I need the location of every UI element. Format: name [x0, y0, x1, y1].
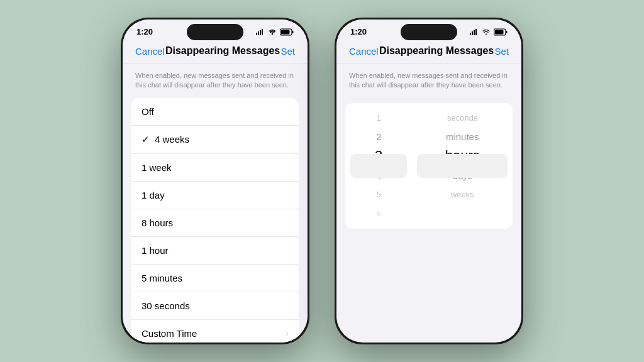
cancel-button-1[interactable]: Cancel — [135, 46, 165, 57]
picker-num-5: 5 — [345, 185, 412, 204]
signal-icon-2 — [470, 29, 479, 35]
svg-rect-1 — [258, 31, 259, 35]
list-item-1week[interactable]: 1 week — [131, 154, 299, 182]
picker-num-6: 6 — [345, 204, 412, 224]
list-item-1day[interactable]: 1 day — [131, 182, 299, 209]
picker-inner: 1 2 3 4 5 6 seconds minutes hours days w… — [345, 103, 513, 229]
list-item-5minutes-label: 5 minutes — [142, 273, 289, 283]
svg-rect-0 — [256, 33, 257, 35]
picker-unit-weeks: weeks — [412, 185, 513, 204]
description-text-1: When enabled, new messages sent and rece… — [135, 71, 295, 90]
set-button-2[interactable]: Set — [494, 46, 509, 57]
list-item-1hour-label: 1 hour — [142, 245, 289, 256]
svg-rect-8 — [470, 33, 471, 35]
list-item-custom[interactable]: Custom Time › — [131, 320, 299, 343]
svg-rect-3 — [262, 29, 263, 35]
list-item-8hours-label: 8 hours — [142, 217, 289, 228]
nav-bar-1: Cancel Disappearing Messages Set — [123, 39, 308, 63]
list-item-8hours[interactable]: 8 hours — [131, 209, 299, 237]
description-text-2: When enabled, new messages sent and rece… — [349, 71, 509, 90]
list-item-5minutes[interactable]: 5 minutes — [131, 265, 299, 292]
list-item-30seconds[interactable]: 30 seconds — [131, 292, 299, 320]
svg-rect-10 — [474, 30, 475, 35]
battery-icon — [280, 28, 294, 36]
wifi-icon-2 — [482, 29, 491, 35]
phone-1: 1:20 — [121, 18, 309, 344]
status-time-1: 1:20 — [136, 27, 153, 36]
status-icons-2 — [470, 28, 508, 36]
list-item-custom-label: Custom Time — [142, 328, 286, 339]
picker-unit-minutes: minutes — [412, 127, 513, 146]
nav-title-2: Disappearing Messages — [379, 45, 494, 57]
list-item-1week-label: 1 week — [142, 162, 289, 173]
svg-rect-2 — [260, 30, 261, 35]
svg-point-4 — [272, 33, 273, 35]
list-item-off-label: Off — [142, 106, 289, 117]
set-button-1[interactable]: Set — [280, 46, 295, 57]
status-time-2: 1:20 — [350, 27, 367, 36]
status-icons-1 — [256, 28, 294, 36]
nav-bar-2: Cancel Disappearing Messages Set — [336, 39, 521, 63]
picker-container[interactable]: 1 2 3 4 5 6 seconds minutes hours days w… — [345, 103, 513, 229]
notch-1 — [187, 24, 243, 40]
list-item-1day-label: 1 day — [142, 190, 289, 200]
nav-title-1: Disappearing Messages — [165, 45, 280, 57]
list-container-1: Off ✓ 4 weeks 1 week 1 day 8 hours 1 hou… — [131, 98, 299, 343]
signal-icon — [256, 29, 265, 35]
svg-rect-6 — [281, 30, 290, 34]
picker-num-2: 2 — [345, 127, 412, 146]
notch-2 — [401, 24, 457, 40]
svg-rect-9 — [472, 31, 473, 35]
description-section-2: When enabled, new messages sent and rece… — [336, 63, 521, 98]
description-section-1: When enabled, new messages sent and rece… — [123, 63, 308, 98]
picker-number-column[interactable]: 1 2 3 4 5 6 — [345, 103, 412, 229]
picker-unit-column[interactable]: seconds minutes hours days weeks — [412, 103, 513, 229]
svg-rect-7 — [292, 31, 294, 33]
picker-unit-days: days — [412, 166, 513, 185]
wifi-icon — [268, 29, 277, 35]
list-item-30seconds-label: 30 seconds — [142, 300, 289, 311]
checkmark-icon: ✓ — [142, 134, 150, 145]
list-item-1hour[interactable]: 1 hour — [131, 237, 299, 265]
picker-num-1: 1 — [345, 108, 412, 128]
chevron-icon: › — [286, 328, 289, 338]
picker-num-4: 4 — [345, 166, 412, 185]
svg-point-12 — [486, 33, 487, 35]
picker-unit-seconds: seconds — [412, 108, 513, 128]
picker-num-3: 3 — [345, 146, 412, 166]
picker-unit-hours: hours — [412, 146, 513, 166]
svg-rect-14 — [495, 30, 504, 34]
svg-rect-15 — [506, 31, 508, 33]
list-item-4weeks-label: 4 weeks — [155, 134, 289, 145]
battery-icon-2 — [494, 28, 508, 36]
phone-2: 1:20 — [335, 18, 523, 344]
svg-rect-11 — [475, 29, 477, 35]
list-item-4weeks[interactable]: ✓ 4 weeks — [131, 126, 299, 154]
picker-unit-empty — [412, 204, 513, 224]
cancel-button-2[interactable]: Cancel — [349, 46, 379, 57]
list-item-off[interactable]: Off — [131, 98, 299, 126]
